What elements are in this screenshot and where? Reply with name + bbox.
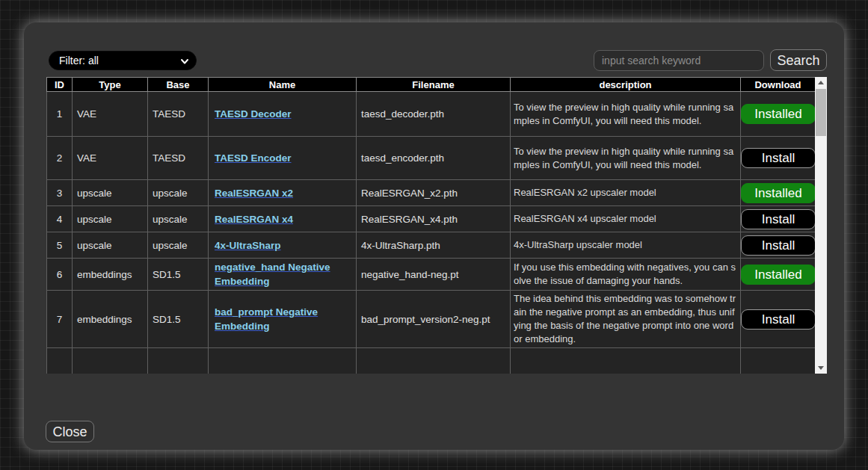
install-button[interactable]: Install [741, 235, 816, 256]
cell-base: TAESD [148, 137, 209, 180]
cell-type: embeddings [73, 259, 148, 291]
cell-type: upscale [73, 232, 148, 259]
scrollbar-thumb[interactable] [816, 89, 826, 136]
table-row: These embedding learn what disgusting co… [47, 348, 816, 374]
cell-base: SD1.5 [148, 259, 209, 291]
table-row: 1VAETAESDTAESD Decodertaesd_decoder.pthT… [47, 92, 816, 137]
cell-base: upscale [148, 180, 209, 206]
cell-base: SD1.5 [148, 291, 209, 348]
cell-description: RealESRGAN x2 upscaler model [511, 180, 741, 206]
cell-download: Installed [741, 259, 816, 291]
cell-name: negative_hand Negative Embedding [209, 259, 357, 291]
cell-download [741, 348, 816, 374]
cell-filename: taesd_decoder.pth [357, 92, 511, 137]
cell-name: TAESD Decoder [209, 92, 357, 137]
cell-description: If you use this embedding with negatives… [511, 259, 741, 291]
model-table-body: 1VAETAESDTAESD Decodertaesd_decoder.pthT… [47, 92, 816, 374]
cell-description: To view the preview in high quality whil… [511, 137, 741, 180]
cell-download: Install [741, 232, 816, 259]
cell-id: 7 [47, 291, 73, 348]
cell-type: upscale [73, 180, 148, 206]
installed-button[interactable]: Installed [741, 104, 816, 124]
cell-type [73, 348, 148, 374]
cell-filename: 4x-UltraSharp.pth [357, 232, 511, 259]
cell-download: Install [741, 206, 816, 232]
cell-filename [357, 348, 511, 374]
model-name-link[interactable]: TAESD Encoder [215, 152, 292, 164]
cell-id: 1 [47, 92, 73, 137]
cell-id: 4 [47, 206, 73, 232]
header-name: Name [209, 78, 357, 92]
model-name-link[interactable]: TAESD Decoder [215, 108, 292, 120]
cell-type: VAE [73, 92, 148, 137]
cell-id: 6 [47, 259, 73, 291]
cell-filename: bad_prompt_version2-neg.pt [357, 291, 511, 348]
cell-id: 2 [47, 137, 73, 180]
table-scrollbar[interactable] [815, 77, 827, 374]
cell-base: upscale [148, 206, 209, 232]
model-name-link[interactable]: negative_hand Negative Embedding [215, 262, 330, 287]
header-download: Download [741, 78, 816, 92]
cell-name: 4x-UltraSharp [209, 232, 357, 259]
header-filename: Filename [357, 78, 511, 92]
installed-button[interactable]: Installed [741, 265, 816, 285]
model-name-link[interactable]: RealESRGAN x2 [215, 188, 293, 199]
table-row: 4upscaleupscaleRealESRGAN x4RealESRGAN_x… [47, 206, 816, 232]
search-input[interactable] [594, 50, 764, 71]
table-row: 6embeddingsSD1.5negative_hand Negative E… [47, 259, 816, 291]
header-description: description [511, 78, 741, 92]
model-install-dialog: Filter: all Search ID Type Base Name Fil… [24, 22, 844, 450]
cell-filename: RealESRGAN_x4.pth [357, 206, 511, 232]
close-button[interactable]: Close [46, 421, 94, 442]
cell-name [209, 348, 357, 374]
cell-type: VAE [73, 137, 148, 180]
cell-download: Install [741, 137, 816, 180]
cell-base: upscale [148, 232, 209, 259]
cell-description: The idea behind this embedding was to so… [511, 291, 741, 348]
table-row: 2VAETAESDTAESD Encodertaesd_encoder.pthT… [47, 137, 816, 180]
cell-type: upscale [73, 206, 148, 232]
cell-base [148, 348, 209, 374]
cell-filename: taesd_encoder.pth [357, 137, 511, 180]
chevron-down-icon [180, 57, 189, 66]
cell-download: Installed [741, 180, 816, 206]
cell-description: These embedding learn what disgusting co… [511, 348, 741, 374]
filter-select[interactable]: Filter: all [49, 51, 197, 70]
model-table: ID Type Base Name Filename description D… [46, 77, 816, 374]
cell-name: RealESRGAN x2 [209, 180, 357, 206]
scrollbar-down-arrow-icon[interactable] [815, 362, 827, 374]
cell-description: To view the preview in high quality whil… [511, 92, 741, 137]
cell-description: 4x-UltraSharp upscaler model [511, 232, 741, 259]
table-row: 5upscaleupscale4x-UltraSharp4x-UltraShar… [47, 232, 816, 259]
table-header-row: ID Type Base Name Filename description D… [47, 78, 816, 92]
cell-name: bad_prompt Negative Embedding [209, 291, 357, 348]
cell-filename: negative_hand-neg.pt [357, 259, 511, 291]
cell-filename: RealESRGAN_x2.pth [357, 180, 511, 206]
cell-description: RealESRGAN x4 upscaler model [511, 206, 741, 232]
install-button[interactable]: Install [741, 209, 816, 229]
model-name-link[interactable]: RealESRGAN x4 [215, 214, 293, 225]
table-row: 3upscaleupscaleRealESRGAN x2RealESRGAN_x… [47, 180, 816, 206]
cell-download: Install [741, 291, 816, 348]
scrollbar-up-arrow-icon[interactable] [815, 77, 827, 88]
cell-download: Installed [741, 92, 816, 137]
cell-type: embeddings [73, 291, 148, 348]
table-row: 7embeddingsSD1.5bad_prompt Negative Embe… [47, 291, 816, 348]
cell-id: 3 [47, 180, 73, 206]
cell-name: RealESRGAN x4 [209, 206, 357, 232]
cell-id: 5 [47, 232, 73, 259]
filter-selected-value: Filter: all [59, 55, 99, 67]
install-button[interactable]: Install [741, 309, 816, 330]
model-table-container: ID Type Base Name Filename description D… [46, 77, 827, 374]
header-base: Base [148, 78, 209, 92]
header-id: ID [47, 78, 73, 92]
cell-name: TAESD Encoder [209, 137, 357, 180]
install-button[interactable]: Install [741, 148, 816, 168]
cell-base: TAESD [148, 92, 209, 137]
cell-id [47, 348, 73, 374]
search-button[interactable]: Search [770, 49, 827, 71]
header-type: Type [73, 78, 148, 92]
model-name-link[interactable]: bad_prompt Negative Embedding [215, 306, 318, 332]
model-name-link[interactable]: 4x-UltraSharp [215, 240, 281, 251]
installed-button[interactable]: Installed [741, 183, 816, 203]
